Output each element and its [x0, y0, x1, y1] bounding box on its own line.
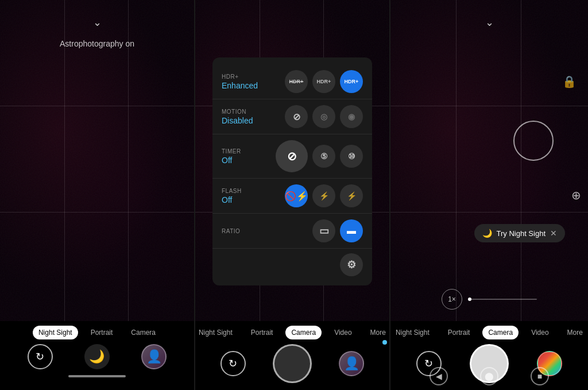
mode-camera-1[interactable]: Camera	[125, 326, 161, 339]
ratio-169-button[interactable]: ▬	[340, 219, 363, 242]
timer-options: ⊘ ⑤ ⑩	[276, 140, 363, 172]
ratio-169-icon: ▬	[347, 226, 356, 236]
ratio-43-button[interactable]: ▭	[312, 219, 335, 242]
rotate-camera-button-1[interactable]: ↻	[28, 344, 53, 369]
ratio-category-label: RATIO	[222, 228, 240, 234]
phone-panel-3: ⌄ 🔒 ⊕ 🌙 Try Night Sight ✕ 1× Night Sight…	[390, 0, 588, 390]
focus-ring	[513, 121, 554, 161]
phone-panel-1: ⌄ Astrophotography on Night Sight Portra…	[0, 0, 195, 390]
lock-icon[interactable]: 🔒	[562, 75, 577, 88]
mode-camera-2[interactable]: Camera	[285, 326, 322, 339]
chevron-down-icon[interactable]: ⌄	[93, 16, 102, 29]
mode-video-2[interactable]: Video	[328, 326, 357, 339]
flash-auto-icon: ⚡	[319, 191, 329, 200]
mode-video-3[interactable]: Video	[525, 326, 554, 339]
mode-night-sight-3[interactable]: Night Sight	[390, 326, 435, 339]
timer-value: Off	[222, 156, 241, 165]
exposure-icon[interactable]: ⊕	[571, 188, 581, 202]
motion-options: ⊘ ◎ ◉	[285, 105, 363, 128]
gear-row: ⚙	[212, 249, 372, 279]
shutter-button-2[interactable]	[273, 344, 312, 383]
gear-icon: ⚙	[347, 258, 356, 271]
timer-10s-icon: ⑩	[348, 152, 355, 161]
timer-5s-button[interactable]: ⑤	[312, 145, 335, 168]
night-sight-icon-1: 🌙	[84, 344, 110, 369]
recents-button[interactable]: ■	[531, 367, 549, 385]
zoom-slider[interactable]	[468, 299, 537, 300]
android-nav-bar: ◀ ⬤ ■	[390, 367, 588, 385]
flash-category-label: FLASH	[222, 188, 242, 194]
zoom-level-badge[interactable]: 1×	[442, 289, 462, 310]
hdr-options: HDR+ HDR+ HDR+	[285, 70, 363, 93]
flash-auto-button[interactable]: ⚡	[312, 184, 335, 207]
hdr-auto-button[interactable]: HDR+	[312, 70, 335, 93]
dismiss-tooltip-button[interactable]: ✕	[550, 229, 557, 238]
night-sight-moon-icon: 🌙	[482, 229, 492, 238]
motion-off-icon: ⊘	[293, 111, 300, 122]
settings-panel: HDR+ Enhanced HDR+ HDR+ HDR+ MOTION Disa…	[212, 57, 372, 285]
timer-setting-row: TIMER Off ⊘ ⑤ ⑩	[212, 134, 372, 179]
motion-category-label: MOTION	[222, 109, 253, 115]
ratio-options: ▭ ▬	[312, 219, 363, 242]
mode-night-sight-2[interactable]: Night Sight	[195, 326, 238, 339]
scroll-indicator-dot	[382, 340, 387, 345]
bottom-bar-2: Night Sight Portrait Camera Video More ↻…	[195, 321, 389, 390]
mode-selector-3: Night Sight Portrait Camera Video More	[390, 321, 588, 342]
zoom-controls: 1×	[442, 289, 537, 310]
hdr-off-icon: HDR+	[289, 79, 304, 84]
mode-portrait-2[interactable]: Portrait	[245, 326, 279, 339]
motion-off-button[interactable]: ⊘	[285, 105, 308, 128]
chevron-down-icon-3[interactable]: ⌄	[485, 16, 494, 29]
timer-category-label: TIMER	[222, 148, 241, 155]
motion-label-group: MOTION Disabled	[222, 109, 253, 125]
motion-auto-icon: ◎	[320, 112, 327, 121]
shutter-row-1: ↻ 🌙 👤	[0, 342, 194, 374]
flash-on-button[interactable]: ⚡	[340, 184, 363, 207]
astro-label: Astrophotography on	[60, 39, 134, 48]
hdr-value: Enhanced	[222, 81, 258, 90]
mode-selector-2: Night Sight Portrait Camera Video More	[195, 321, 389, 342]
timer-5s-icon: ⑤	[320, 152, 328, 161]
shutter-row-2: ↻ 👤	[195, 342, 389, 388]
ratio-setting-row: RATIO ▭ ▬	[212, 214, 372, 249]
rotate-camera-button-2[interactable]: ↻	[220, 351, 246, 376]
mode-more-2[interactable]: More	[365, 326, 390, 339]
flash-options: 🚫⚡ ⚡ ⚡	[285, 184, 363, 207]
ratio-43-icon: ▭	[319, 225, 329, 237]
motion-setting-row: MOTION Disabled ⊘ ◎ ◉	[212, 99, 372, 134]
flash-setting-row: FLASH Off 🚫⚡ ⚡ ⚡	[212, 179, 372, 214]
mode-camera-3[interactable]: Camera	[482, 326, 519, 339]
home-button[interactable]: ⬤	[480, 367, 498, 385]
timer-10s-button[interactable]: ⑩	[340, 145, 363, 168]
mode-more-3[interactable]: More	[562, 326, 588, 339]
mode-portrait-1[interactable]: Portrait	[85, 326, 119, 339]
back-button[interactable]: ◀	[430, 367, 448, 385]
hdr-category-label: HDR+	[222, 74, 258, 80]
ratio-label-group: RATIO	[222, 228, 240, 234]
timer-off-button[interactable]: ⊘	[276, 140, 308, 172]
hdr-off-button[interactable]: HDR+	[285, 70, 308, 93]
motion-value: Disabled	[222, 116, 253, 125]
flash-label-group: FLASH Off	[222, 188, 242, 204]
settings-gear-button[interactable]: ⚙	[340, 253, 363, 276]
gallery-avatar-1[interactable]: 👤	[141, 344, 167, 369]
try-night-sight-tooltip: 🌙 Try Night Sight ✕	[474, 224, 566, 242]
gallery-avatar-2[interactable]: 👤	[339, 351, 364, 376]
timer-off-icon: ⊘	[287, 149, 297, 163]
mode-night-sight-1[interactable]: Night Sight	[33, 326, 78, 339]
motion-auto-button[interactable]: ◎	[312, 105, 335, 128]
flash-off-button[interactable]: 🚫⚡	[285, 184, 308, 207]
bottom-bar-3: Night Sight Portrait Camera Video More ↻…	[390, 321, 588, 390]
hdr-label-group: HDR+ Enhanced	[222, 74, 258, 90]
hdr-on-icon: HDR+	[345, 79, 359, 84]
hdr-on-button[interactable]: HDR+	[340, 70, 363, 93]
camera-viewfinder-3	[390, 0, 588, 321]
hdr-setting-row: HDR+ Enhanced HDR+ HDR+ HDR+	[212, 64, 372, 99]
flash-off-icon: 🚫⚡	[285, 191, 308, 202]
mode-portrait-3[interactable]: Portrait	[442, 326, 476, 339]
motion-on-button[interactable]: ◉	[340, 105, 363, 128]
mode-selector-1: Night Sight Portrait Camera	[0, 321, 194, 342]
home-indicator-1	[68, 375, 126, 377]
flash-on-icon: ⚡	[347, 191, 357, 200]
motion-on-icon: ◉	[348, 112, 355, 121]
